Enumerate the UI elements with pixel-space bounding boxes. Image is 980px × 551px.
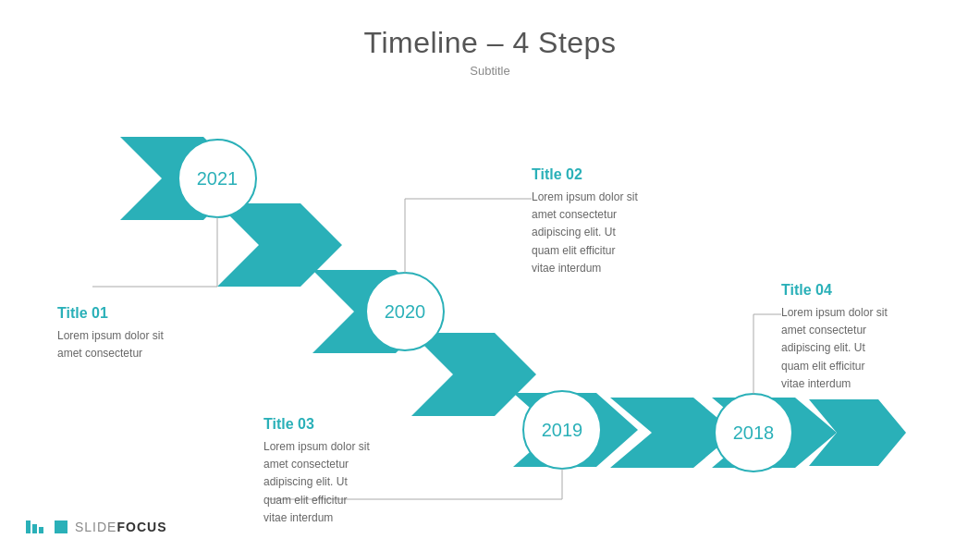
svg-marker-3 (411, 333, 536, 416)
svg-marker-0 (120, 137, 245, 220)
step-4-title: Title 04 (781, 282, 888, 299)
step-4-content: Title 04 Lorem ipsum dolor sitamet conse… (781, 282, 888, 393)
svg-marker-2 (312, 270, 437, 353)
step-4-text: Lorem ipsum dolor sitamet consecteturadi… (781, 304, 888, 393)
logo-icon (26, 520, 67, 533)
svg-marker-4 (513, 393, 638, 467)
step-1-content: Title 01 Lorem ipsum dolor sitamet conse… (57, 305, 164, 362)
logo-focus: FOCUS (116, 520, 166, 534)
step-2-title: Title 02 (532, 166, 638, 183)
svg-point-14 (715, 394, 792, 471)
step-3-content: Title 03 Lorem ipsum dolor sitamet conse… (263, 416, 370, 527)
svg-marker-1 (217, 203, 342, 287)
page-title: Timeline – 4 Steps (0, 0, 980, 60)
svg-text:2018: 2018 (733, 422, 775, 443)
svg-marker-6 (712, 398, 837, 468)
logo-slide: SLIDE (75, 520, 116, 534)
svg-text:2019: 2019 (542, 420, 583, 440)
svg-point-10 (366, 273, 444, 350)
step-2-content: Title 02 Lorem ipsum dolor sitamet conse… (532, 166, 638, 277)
svg-point-8 (178, 140, 256, 217)
step-1-text: Lorem ipsum dolor sitamet consectetur (57, 327, 164, 362)
svg-text:2021: 2021 (197, 168, 239, 189)
step-1-title: Title 01 (57, 305, 164, 322)
svg-marker-7 (809, 399, 906, 466)
logo: SLIDEFOCUS (26, 520, 166, 534)
svg-point-12 (523, 391, 601, 469)
svg-text:2020: 2020 (385, 301, 426, 322)
page-subtitle: Subtitle (0, 64, 980, 78)
logo-text: SLIDEFOCUS (75, 520, 166, 534)
step-3-title: Title 03 (263, 416, 370, 433)
step-3-text: Lorem ipsum dolor sitamet consecteturadi… (263, 438, 370, 527)
step-2-text: Lorem ipsum dolor sitamet consecteturadi… (532, 189, 638, 277)
svg-marker-5 (610, 398, 735, 468)
